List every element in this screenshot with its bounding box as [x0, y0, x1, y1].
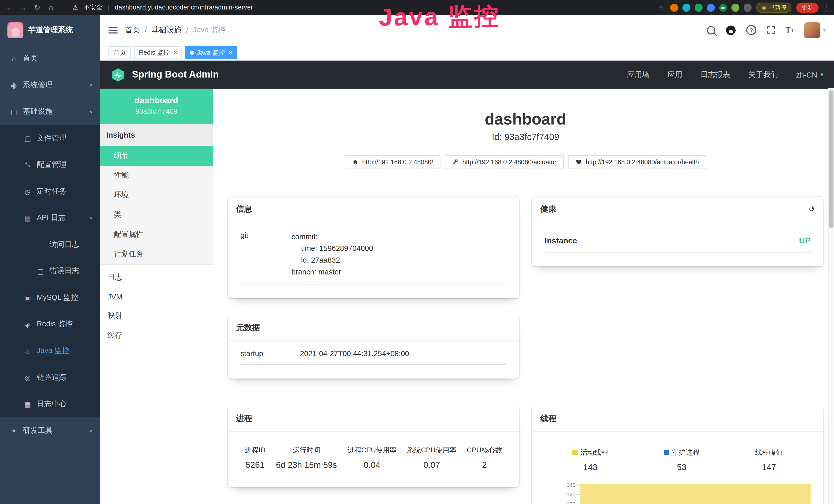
sidebar-item-label: Java 监控 — [37, 346, 69, 356]
sidebar-item-label: 日志中心 — [37, 399, 67, 409]
sidebar-item-file[interactable]: ▢文件管理 — [0, 125, 100, 152]
git-key: git — [240, 231, 291, 239]
threads-card: 线程 活动线程143守护进程53线程峰值147 140120100 — [532, 406, 824, 504]
leaf-extension-icon[interactable] — [731, 3, 739, 11]
git-info-line: id: 27aa832 — [291, 254, 506, 266]
log-center-icon: ▦ — [23, 400, 32, 408]
help-icon[interactable]: ? — [746, 25, 756, 35]
switch-on-extension-icon[interactable]: on — [719, 3, 727, 11]
tab-label: 首页 — [113, 48, 126, 57]
sba-sidebar-item-details[interactable]: 细节 — [100, 146, 213, 166]
instance-link[interactable]: http://192.168.0.2:48080/actuator/health — [568, 155, 706, 169]
paused-badge[interactable]: ☺ 已暂停 — [756, 2, 791, 12]
instance-link[interactable]: http://192.168.0.2:48080/actuator — [445, 155, 564, 169]
puzzle-extension-icon[interactable] — [743, 3, 751, 11]
process-stat: 进程ID5261 — [245, 445, 266, 469]
y-tick-label: 140 — [558, 482, 575, 487]
stat-value: 2 — [467, 460, 502, 469]
bookmark-star-icon[interactable]: ☆ — [657, 3, 665, 11]
sba-nav-journal[interactable]: 日志报表 — [700, 70, 730, 79]
forward-icon[interactable]: → — [19, 3, 28, 12]
update-button[interactable]: 更新 — [796, 2, 818, 12]
github-icon[interactable] — [726, 25, 736, 35]
security-label[interactable]: 不安全 — [84, 3, 103, 12]
sba-sidebar-item-scheduled-tasks[interactable]: 计划任务 — [100, 245, 213, 265]
sba-sidebar-item-config-props[interactable]: 配置属性 — [100, 225, 213, 245]
fox-extension-icon[interactable] — [670, 3, 678, 11]
tags-bar: 首页Redis 监控×Java 监控× — [100, 45, 834, 61]
sidebar-item-redis[interactable]: ◈Redis 监控 — [0, 311, 100, 338]
sba-sidebar-item-mappings[interactable]: 映射 — [100, 306, 213, 326]
health-card: 健康 ↺ Instance UP — [532, 197, 824, 266]
y-tick-mark — [577, 485, 580, 485]
y-tick-label: 120 — [558, 491, 575, 497]
sidebar-item-config[interactable]: ✎配置管理 — [0, 152, 100, 178]
sba-nav-applications[interactable]: 应用 — [667, 70, 682, 79]
url-text[interactable]: dashboard.yudao.iocoder.cn/infra/admin-s… — [115, 4, 253, 11]
close-icon[interactable]: × — [228, 49, 233, 56]
sidebar-item-home[interactable]: ⌂首页 — [0, 45, 100, 72]
stat-value: 6d 23h 15m 59s — [276, 460, 337, 469]
sba-brand[interactable]: Spring Boot Admin — [132, 69, 219, 80]
sidebar-item-error-log[interactable]: ▥错误日志 — [0, 258, 100, 284]
scrollbar[interactable] — [828, 88, 834, 504]
sidebar-item-infrastructure[interactable]: ▤基础设施∧ — [0, 98, 100, 125]
instance-link[interactable]: http://192.168.0.2:48080/ — [345, 155, 441, 169]
drop-extension-icon[interactable] — [682, 3, 690, 11]
sidebar-item-log-center[interactable]: ▦日志中心 — [0, 391, 100, 417]
sidebar-item-mysql[interactable]: ▣MySQL 监控 — [0, 284, 100, 311]
sba-navbar: Spring Boot Admin 应用墙应用日志报表关于我们 zh-CN ▾ — [100, 61, 834, 89]
extension-icons: on — [670, 3, 751, 11]
tab-redis-monitor[interactable]: Redis 监控× — [134, 46, 182, 59]
sidebar-item-api-log[interactable]: ▤API 日志∧ — [0, 205, 100, 231]
fullscreen-icon[interactable] — [767, 26, 775, 34]
user-menu[interactable]: ▾ — [805, 22, 826, 38]
scrollbar-thumb[interactable] — [829, 90, 833, 228]
breadcrumb-item[interactable]: 首页 — [125, 25, 140, 35]
error-log-icon: ▥ — [36, 267, 45, 275]
font-size-small-glyph: T — [791, 28, 794, 34]
green-circle-extension-icon[interactable] — [695, 3, 702, 11]
sba-nav-about[interactable]: 关于我们 — [748, 70, 778, 79]
git-info-line: branch: master — [291, 266, 506, 277]
sidebar-item-java[interactable]: ♨Java 监控 — [0, 338, 100, 364]
sba-sidebar-item-jvm[interactable]: JVM — [100, 288, 213, 306]
sidebar-item-dev-tools[interactable]: ✦研发工具∨ — [0, 417, 100, 444]
sba-sidebar-item-caches[interactable]: 缓存 — [100, 326, 213, 346]
legend-value: 53 — [664, 462, 699, 472]
sba-sidebar-item-classes[interactable]: 类 — [100, 205, 213, 225]
tab-home[interactable]: 首页 — [108, 46, 131, 59]
header-actions: ? T T ▾ — [707, 22, 825, 38]
info-card: 信息 git commit:time: 1596289704000id: 27a… — [227, 197, 519, 298]
chevron-down-icon: ∨ — [89, 83, 93, 87]
hamburger-icon[interactable] — [108, 27, 117, 33]
browser-home-icon[interactable]: ⌂ — [47, 3, 55, 12]
sidebar-item-job[interactable]: ◷定时任务 — [0, 178, 100, 205]
browser-menu-icon[interactable]: ⋮ — [824, 3, 829, 11]
grid-extension-icon[interactable] — [707, 3, 715, 11]
search-icon[interactable] — [707, 26, 715, 34]
reload-icon[interactable]: ↻ — [33, 3, 41, 12]
back-icon[interactable]: ← — [5, 3, 14, 12]
sba-sidebar-item-performance[interactable]: 性能 — [100, 166, 213, 186]
breadcrumb-item[interactable]: 基础设施 — [152, 25, 181, 35]
sba-nav-links: 应用墙应用日志报表关于我们 — [627, 70, 778, 79]
instance-name: dashboard — [104, 96, 208, 105]
sba-sidebar-item-logs[interactable]: 日志 — [100, 268, 213, 288]
sidebar-item-system[interactable]: ◉系统管理∨ — [0, 72, 100, 98]
sba-instance-header[interactable]: dashboard 93a3fc7f7409 — [100, 89, 213, 124]
language-selector[interactable]: zh-CN ▾ — [796, 70, 824, 79]
sba-nav-wall[interactable]: 应用墙 — [627, 70, 649, 79]
sidebar-item-access-log[interactable]: ▥访问日志 — [0, 231, 100, 258]
sidebar-item-tracer[interactable]: ◎链路追踪 — [0, 364, 100, 391]
tab-java-monitor[interactable]: Java 监控× — [185, 46, 237, 59]
sba-sidebar-item-environment[interactable]: 环境 — [100, 186, 213, 205]
close-icon[interactable]: × — [173, 49, 177, 56]
history-icon[interactable]: ↺ — [809, 205, 815, 213]
thread-legend-item: 线程峰值147 — [755, 448, 783, 472]
sidebar-item-label: 链路追踪 — [37, 373, 67, 382]
font-size-icon[interactable]: T T — [786, 26, 794, 34]
sidebar-item-label: 研发工具 — [23, 426, 53, 435]
trace-icon: ◎ — [23, 373, 32, 382]
stat-label: 进程ID — [245, 445, 266, 455]
